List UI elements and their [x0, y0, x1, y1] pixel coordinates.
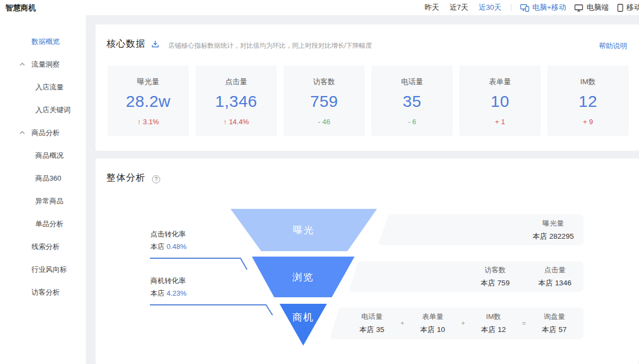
metric-label: 表单量	[459, 77, 541, 87]
panel-metric-label: 曝光量	[528, 219, 578, 228]
panel-metric-value-line: 本店 57	[533, 325, 576, 335]
metric-card-forms: 表单量 10 + 1	[459, 66, 541, 136]
metric-value: 35	[371, 92, 453, 111]
dashboard-root: 智慧商机 昨天 近7天 近30天 电脑+移动 电脑端	[0, 0, 639, 364]
metric-change: ↑ 14.4%	[195, 118, 277, 126]
metric-change-text: 14.4%	[229, 118, 249, 126]
sidebar-item-label: 入店关键词	[35, 99, 71, 122]
panel-metric-value-line: 本店 10	[411, 325, 454, 335]
metric-change-text: 3.1%	[143, 118, 159, 126]
download-icon[interactable]	[151, 40, 160, 48]
funnel-panel-opportunity: 电话量 本店 35 + 表单量 本店 10 + IM数 本店 12 = 询盘量 …	[330, 308, 584, 339]
question-icon[interactable]: ?	[152, 175, 160, 183]
metric-change-text: + 9	[583, 118, 593, 126]
panel-metric-exposure: 曝光量 本店 282295	[528, 219, 578, 241]
conversion-value: 4.23%	[167, 289, 187, 297]
metric-change: + 9	[547, 118, 629, 126]
sidebar-item-label: 入店流量	[35, 76, 64, 99]
store-label: 本店	[481, 325, 496, 334]
help-link[interactable]: 帮助说明	[599, 41, 627, 51]
plus-operator: +	[394, 320, 411, 327]
store-label: 本店	[533, 232, 547, 240]
funnel-stage-exposure: 曝光	[227, 209, 380, 251]
pc-mobile-icon	[520, 4, 529, 12]
time-filter-7days[interactable]: 近7天	[450, 3, 469, 12]
panel-metric-inquiries: 询盘量 本店 57	[533, 312, 576, 335]
app-title: 智慧商机	[5, 0, 36, 15]
metric-card-im: IM数 12 + 9	[547, 66, 629, 136]
core-data-title: 核心数据	[106, 37, 145, 50]
funnel-stage-browse: 浏览	[251, 257, 356, 297]
sidebar-item-lead-analysis[interactable]: 线索分析	[0, 235, 86, 258]
topbar-divider	[511, 4, 511, 11]
metric-card-clicks: 点击量 1,346 ↑ 14.4%	[195, 66, 277, 136]
sidebar-item-product-analysis[interactable]: 商品分析	[0, 122, 86, 144]
panel-metric-value: 1346	[555, 279, 571, 287]
metric-value: 12	[547, 92, 629, 111]
panel-metric-label: 表单量	[411, 312, 454, 322]
panel-metric-value: 57	[559, 325, 567, 334]
panel-metric-value: 12	[498, 325, 506, 334]
metric-value: 10	[459, 92, 541, 111]
panel-metric-label: IM数	[472, 312, 515, 322]
sidebar-item-label: 线索分析	[31, 235, 60, 258]
metric-label: 点击量	[195, 77, 277, 87]
metric-value: 759	[283, 92, 365, 111]
click-conversion-label: 点击转化率 本店 0.48%	[150, 228, 187, 253]
up-arrow-icon: ↑	[137, 118, 141, 126]
sidebar-item-abnormal-products[interactable]: 异常商品	[0, 190, 86, 213]
panel-metric-label: 询盘量	[533, 312, 576, 322]
metric-change: ↑ 3.1%	[107, 118, 189, 126]
store-label: 本店	[539, 279, 553, 287]
metric-card-exposure: 曝光量 28.2w ↑ 3.1%	[107, 66, 189, 136]
sidebar-item-visitor-analysis[interactable]: 访客分析	[0, 281, 86, 304]
conversion-value-line: 本店 0.48%	[150, 240, 187, 253]
panel-metric-value-line: 本店 35	[350, 325, 394, 335]
sidebar-item-label: 行业风向标	[31, 258, 67, 281]
sidebar-item-industry-trend[interactable]: 行业风向标	[0, 258, 86, 281]
panel-metric-visitors: 访客数 本店 759	[471, 265, 520, 288]
topbar: 智慧商机 昨天 近7天 近30天 电脑+移动 电脑端	[0, 0, 639, 15]
chevron-up-icon	[20, 62, 25, 66]
store-label: 本店	[359, 325, 374, 334]
device-filter-mobile[interactable]: 移动端	[617, 3, 639, 12]
device-filter-pc[interactable]: 电脑端	[574, 3, 609, 12]
panel-metric-value-line: 本店 759	[471, 278, 520, 288]
sidebar-item-label: 访客分析	[31, 281, 60, 304]
sidebar-item-store-keywords[interactable]: 入店关键词	[0, 99, 86, 122]
mobile-icon	[617, 4, 623, 12]
panel-metric-label: 点击量	[530, 265, 579, 275]
store-label: 本店	[150, 242, 165, 251]
funnel-stage-label: 商机	[293, 311, 314, 324]
metric-value: 28.2w	[107, 92, 189, 111]
sidebar-item-store-traffic[interactable]: 入店流量	[0, 76, 86, 99]
sidebar-menu: 数据概览 流量洞察 入店流量 入店关键词 商品分析 商品概况 商品360 异常商…	[0, 30, 86, 304]
metric-change: + 1	[459, 118, 541, 126]
time-filter-30days[interactable]: 近30天	[479, 3, 502, 12]
metric-card-visitors: 访客数 759 - 46	[283, 66, 365, 136]
sidebar-item-product-360[interactable]: 商品360	[0, 167, 86, 190]
conversion-name: 点击转化率	[150, 228, 187, 240]
up-arrow-icon: ↑	[224, 118, 227, 126]
funnel-stage-label: 曝光	[293, 223, 315, 237]
time-filter-yesterday[interactable]: 昨天	[425, 3, 439, 12]
equals-operator: =	[515, 320, 533, 327]
sidebar-item-single-product[interactable]: 单品分析	[0, 213, 86, 235]
sidebar-item-product-overview[interactable]: 商品概况	[0, 144, 86, 167]
sidebar-item-traffic-insight[interactable]: 流量洞察	[0, 53, 86, 76]
chevron-up-icon	[20, 131, 25, 135]
panel-metric-value-line: 本店 1346	[530, 278, 579, 288]
store-label: 本店	[542, 325, 556, 334]
store-label: 本店	[150, 289, 165, 297]
funnel-panel-browse: 访客数 本店 759 点击量 本店 1346	[349, 261, 584, 292]
conversion-value-line: 本店 4.23%	[150, 287, 187, 299]
device-filter-pc-mobile[interactable]: 电脑+移动	[520, 3, 566, 12]
sidebar-item-label: 异常商品	[35, 190, 64, 213]
metric-change-text: - 46	[318, 118, 330, 126]
funnel-stage-opportunity: 商机	[279, 304, 328, 346]
question-glyph: ?	[155, 176, 158, 182]
panel-metric-value: 10	[437, 325, 445, 334]
metric-change-text: - 6	[408, 118, 416, 126]
sidebar-item-data-overview[interactable]: 数据概览	[0, 30, 86, 53]
panel-metric-value: 282295	[549, 232, 574, 240]
